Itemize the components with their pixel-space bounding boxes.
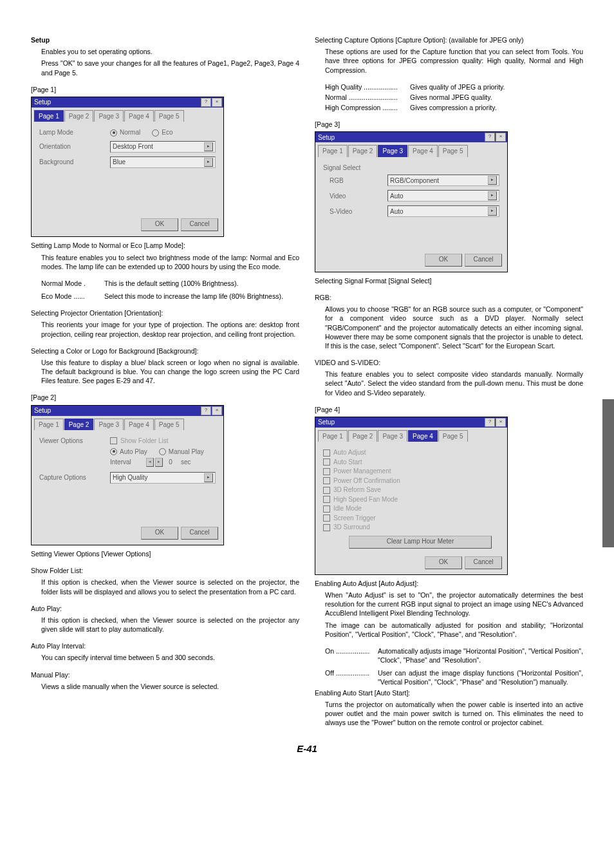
tab-page4[interactable]: Page 4	[408, 145, 438, 157]
background-label: Background	[39, 158, 110, 167]
help-icon[interactable]: ?	[201, 98, 211, 107]
dialog-titlebar: Setup ? ×	[32, 97, 223, 108]
setup-dialog-page3: Setup ? × Page 1 Page 2 Page 3 Page 4 Pa…	[315, 131, 508, 272]
ok-button[interactable]: OK	[141, 218, 178, 231]
radio-eco[interactable]: Eco	[152, 128, 172, 137]
check-power-management[interactable]: Power Management	[323, 467, 499, 476]
radio-auto-play[interactable]: Auto Play	[110, 448, 147, 457]
signal-select-title: Selecting Signal Format [Signal Select]	[315, 276, 583, 285]
tab-page1[interactable]: Page 1	[318, 145, 348, 157]
radio-manual-play[interactable]: Manual Play	[159, 448, 204, 457]
help-icon[interactable]: ?	[485, 133, 495, 142]
ok-button[interactable]: OK	[141, 527, 178, 540]
tab-page2[interactable]: Page 2	[348, 430, 378, 442]
cancel-button[interactable]: Cancel	[181, 527, 218, 540]
setup-desc-1: Enables you to set operating options.	[41, 47, 299, 56]
left-column: Setup Enables you to set operating optio…	[31, 35, 299, 730]
tab-page1[interactable]: Page 1	[318, 430, 348, 442]
check-3d-surround[interactable]: 3D Surround	[323, 523, 499, 532]
tab-page4[interactable]: Page 4	[124, 110, 154, 122]
cancel-button[interactable]: Cancel	[465, 556, 502, 569]
eco-mode-body: Select this mode to increase the lamp li…	[104, 292, 299, 301]
close-icon[interactable]: ×	[212, 98, 222, 107]
orientation-title: Selecting Projector Orientation [Orienta…	[31, 308, 299, 317]
background-title: Selecting a Color or Logo for Background…	[31, 346, 299, 355]
dialog-title: Setup	[34, 406, 51, 415]
tab-page5[interactable]: Page 5	[154, 419, 184, 431]
setup-dialog-page4: Setup ? × Page 1 Page 2 Page 3 Page 4 Pa…	[315, 417, 508, 575]
dialog-titlebar: Setup ? ×	[315, 132, 507, 142]
check-screen-trigger[interactable]: Screen Trigger	[323, 514, 499, 523]
tab-page4[interactable]: Page 4	[124, 419, 154, 431]
help-icon[interactable]: ?	[201, 406, 211, 415]
normal-body: Gives normal JPEG quality.	[410, 93, 583, 102]
dialog-title: Setup	[318, 133, 335, 142]
video-combo[interactable]: Auto▸	[387, 190, 499, 202]
tab-page3[interactable]: Page 3	[94, 419, 124, 431]
rgb-combo[interactable]: RGB/Component▸	[387, 175, 499, 186]
help-icon[interactable]: ?	[485, 418, 495, 427]
check-3d-reform-save[interactable]: 3D Reform Save	[323, 486, 499, 495]
orientation-combo[interactable]: Desktop Front▸	[110, 141, 216, 153]
tab-page2[interactable]: Page 2	[64, 419, 94, 431]
setup-heading: Setup	[31, 35, 299, 44]
lamp-mode-label: Lamp Mode	[39, 128, 110, 137]
ok-button[interactable]: OK	[425, 254, 462, 267]
check-high-speed-fan-mode[interactable]: High Speed Fan Mode	[323, 495, 499, 504]
interval-spinner[interactable]: ◂ ▸ 0	[146, 458, 177, 467]
dropdown-arrow-icon: ▸	[488, 207, 497, 216]
background-combo[interactable]: Blue▸	[110, 156, 216, 168]
off-body: User can adjust the image display functi…	[378, 668, 583, 686]
rgb-title: RGB:	[315, 293, 583, 302]
close-icon[interactable]: ×	[496, 418, 506, 427]
inc-icon[interactable]: ▸	[155, 458, 163, 467]
tab-page3[interactable]: Page 3	[378, 145, 407, 157]
check-auto-start[interactable]: Auto Start	[323, 458, 499, 467]
normal-term: Normal ..........................	[325, 93, 410, 102]
cancel-button[interactable]: Cancel	[465, 254, 502, 267]
tab-page5[interactable]: Page 5	[438, 145, 468, 157]
capture-combo[interactable]: High Quality▸	[110, 472, 216, 484]
svideo-combo[interactable]: Auto▸	[387, 205, 499, 217]
capture-options-label: Capture Options	[39, 473, 110, 482]
lamp-mode-title: Setting Lamp Mode to Normal or Eco [Lamp…	[31, 241, 299, 250]
radio-normal[interactable]: Normal	[110, 128, 140, 137]
tab-page4[interactable]: Page 4	[408, 430, 438, 442]
auto-adjust-title: Enabling Auto Adjust [Auto Adjust]:	[315, 579, 583, 588]
ok-button[interactable]: OK	[425, 556, 462, 569]
dec-icon[interactable]: ◂	[146, 458, 154, 467]
auto-play-interval-body: You can specify interval time between 5 …	[31, 653, 299, 662]
dropdown-arrow-icon: ▸	[204, 158, 213, 167]
tab-page3[interactable]: Page 3	[94, 110, 124, 122]
tab-page5[interactable]: Page 5	[154, 110, 184, 122]
cancel-button[interactable]: Cancel	[181, 218, 218, 231]
tab-page3[interactable]: Page 3	[378, 430, 407, 442]
setup-desc-2: Press "OK" to save your changes for all …	[41, 59, 299, 77]
video-svideo-body: This feature enables you to select compo…	[315, 370, 583, 397]
tab-page5[interactable]: Page 5	[438, 430, 468, 442]
check-idle-mode[interactable]: Idle Mode	[323, 504, 499, 513]
hq-body: Gives quality of JPEG a priority.	[410, 82, 583, 91]
tab-page1[interactable]: Page 1	[34, 419, 64, 431]
tab-page2[interactable]: Page 2	[348, 145, 378, 157]
tab-page1[interactable]: Page 1	[34, 110, 64, 122]
check-show-folder[interactable]: Show Folder List	[110, 437, 216, 446]
close-icon[interactable]: ×	[496, 133, 506, 142]
tab-page2[interactable]: Page 2	[64, 110, 94, 122]
auto-start-title: Enabling Auto Start [Auto Start]:	[315, 688, 583, 697]
rgb-label: RGB	[323, 176, 387, 185]
normal-mode-body: This is the default setting (100% Bright…	[104, 279, 299, 288]
clear-lamp-button[interactable]: Clear Lamp Hour Meter	[349, 536, 492, 549]
capture-options-body: These options are used for the Capture f…	[315, 47, 583, 75]
dropdown-arrow-icon: ▸	[488, 176, 497, 185]
lamp-mode-body: This feature enables you to select two b…	[31, 253, 299, 271]
check-power-off-confirmation[interactable]: Power Off Confirmation	[323, 476, 499, 486]
auto-play-interval-title: Auto Play Interval:	[31, 641, 299, 650]
video-svideo-title: VIDEO and S-VIDEO:	[315, 358, 583, 367]
show-folder-body: If this option is checked, when the View…	[31, 578, 299, 596]
check-auto-adjust[interactable]: Auto Adjust	[323, 448, 499, 457]
orientation-label: Orientation	[39, 142, 110, 151]
interval-label: Interval	[110, 458, 142, 467]
close-icon[interactable]: ×	[212, 406, 222, 415]
page3-label: [Page 3]	[315, 120, 583, 129]
